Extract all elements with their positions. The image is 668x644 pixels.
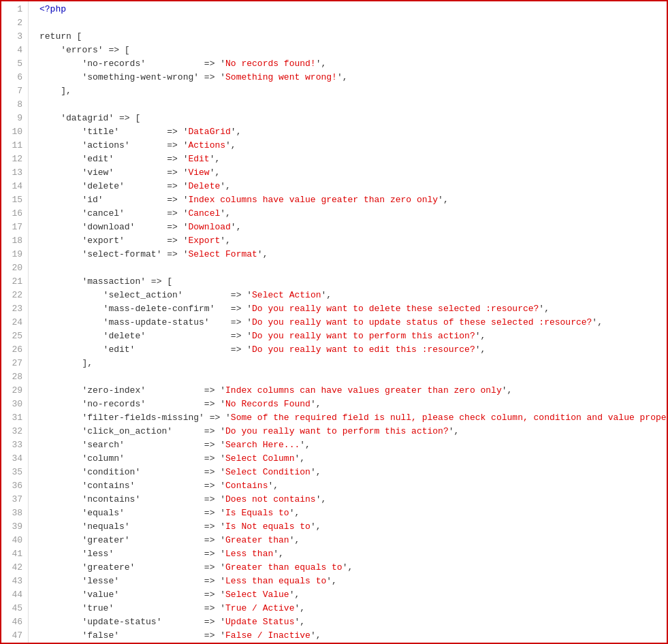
code-segment: Does not contains: [225, 493, 316, 506]
line-number: 15: [1, 193, 22, 207]
code-line: 'greater' => 'Greater than',: [39, 534, 667, 547]
code-segment: 'edit' => ': [39, 343, 252, 357]
code-segment: ',: [257, 248, 268, 261]
code-segment: Index columns have value greater than ze…: [188, 193, 438, 207]
code-segment: ',: [343, 561, 353, 575]
line-number: 2: [1, 16, 22, 30]
code-segment: Do you really want to perform this actio…: [252, 329, 475, 343]
code-segment: False / Inactive: [225, 629, 311, 643]
line-number: 11: [1, 139, 22, 152]
code-segment: No Records Found: [225, 398, 311, 411]
code-segment: 'click_on_action' => ': [39, 425, 225, 438]
code-segment: 'title' => ': [39, 125, 188, 139]
code-segment: 'false' => ': [39, 629, 225, 643]
code-line: 'value' => 'Select Value',: [39, 588, 667, 602]
code-segment: 'no-records' => ': [39, 398, 225, 411]
line-number: 47: [1, 629, 22, 643]
line-number: 37: [1, 493, 22, 506]
code-segment: Delete: [188, 180, 220, 193]
line-number: 31: [1, 411, 22, 425]
code-segment: Search Here...: [225, 438, 300, 452]
code-line: 'equals' => 'Is Equals to',: [39, 506, 667, 520]
code-segment: Something went wrong!: [225, 71, 337, 84]
code-segment: 'delete' => ': [39, 180, 188, 193]
code-line: 'delete' => 'Delete',: [39, 180, 667, 193]
code-line: 'click_on_action' => 'Do you really want…: [39, 425, 667, 438]
line-number: 43: [1, 575, 22, 588]
line-number: 45: [1, 602, 22, 615]
line-number: 21: [1, 275, 22, 289]
code-line: ],: [39, 357, 667, 370]
code-segment: 'greatere' => ': [39, 561, 225, 575]
code-area: 1234567891011121314151617181920212223242…: [1, 1, 667, 643]
code-line: <?php: [39, 3, 667, 16]
code-content[interactable]: <?php return [ 'errors' => [ 'no-records…: [29, 1, 667, 643]
code-line: 'no-records' => 'No Records Found',: [39, 398, 667, 411]
line-number: 9: [1, 112, 22, 125]
code-segment: ',: [326, 575, 337, 588]
code-segment: 'massaction' => [: [39, 275, 172, 289]
code-segment: Less than equals to: [225, 575, 326, 588]
code-segment: Actions: [188, 139, 225, 152]
line-number: 10: [1, 125, 22, 139]
code-line: 'nequals' => 'Is Not equals to',: [39, 520, 667, 534]
code-segment: Do you really want to delete these selec…: [252, 302, 539, 316]
code-segment: 'update-status' => ': [39, 615, 225, 629]
code-segment: 'delete' => ': [39, 329, 252, 343]
code-segment: Select Value: [225, 588, 289, 602]
code-segment: Download: [188, 221, 230, 234]
code-line: 'download' => 'Download',: [39, 221, 667, 234]
code-segment: ',: [592, 316, 603, 329]
code-line: 'false' => 'False / Inactive',: [39, 629, 667, 643]
code-line: 'greatere' => 'Greater than equals to',: [39, 561, 667, 575]
code-segment: ',: [337, 71, 348, 84]
code-line: 'massaction' => [: [39, 275, 667, 289]
code-segment: DataGrid: [188, 125, 230, 139]
line-number: 19: [1, 248, 22, 261]
line-number: 7: [1, 84, 22, 98]
code-segment: 'mass-update-status' => ': [39, 316, 252, 329]
code-segment: ',: [225, 139, 236, 152]
line-number: 44: [1, 588, 22, 602]
code-segment: ',: [294, 602, 305, 615]
code-line: 'contains' => 'Contains',: [39, 479, 667, 493]
code-segment: 'filter-fields-missing' => ': [39, 411, 231, 425]
code-segment: Cancel: [188, 207, 220, 221]
code-segment: ',: [231, 221, 242, 234]
code-line: 'errors' => [: [39, 44, 667, 57]
code-segment: ',: [210, 152, 221, 166]
code-line: [39, 370, 667, 384]
code-segment: 'contains' => ': [39, 479, 225, 493]
line-number: 5: [1, 57, 22, 71]
line-number: 29: [1, 384, 22, 398]
code-line: [39, 16, 667, 30]
code-segment: ',: [220, 180, 231, 193]
line-number: 8: [1, 98, 22, 112]
code-segment: Do you really want to edit this :resourc…: [252, 343, 475, 357]
line-number: 34: [1, 452, 22, 466]
code-line: 'delete' => 'Do you really want to perfo…: [39, 329, 667, 343]
code-segment: 'condition' => ': [39, 466, 225, 479]
code-segment: Less than: [225, 547, 273, 561]
code-segment: No records found!: [225, 57, 316, 71]
code-segment: ',: [289, 506, 300, 520]
code-line: return [: [39, 30, 667, 44]
code-segment: 'view' => ': [39, 166, 188, 180]
code-segment: True / Active: [225, 602, 294, 615]
line-number: 3: [1, 30, 22, 44]
line-number: 1: [1, 3, 22, 16]
code-segment: ',: [316, 493, 327, 506]
code-line: 'true' => 'True / Active',: [39, 602, 667, 615]
code-segment: Export: [188, 234, 220, 248]
code-line: 'title' => 'DataGrid',: [39, 125, 667, 139]
code-segment: 'column' => ': [39, 452, 225, 466]
line-number: 4: [1, 44, 22, 57]
code-segment: ',: [311, 398, 321, 411]
line-number: 42: [1, 561, 22, 575]
code-line: ],: [39, 84, 667, 98]
code-segment: 'something-went-wrong' => ': [39, 71, 225, 84]
code-segment: ',: [294, 615, 305, 629]
code-segment: 'greater' => ': [39, 534, 225, 547]
code-segment: Is Not equals to: [225, 520, 311, 534]
code-segment: 'equals' => ': [39, 506, 225, 520]
